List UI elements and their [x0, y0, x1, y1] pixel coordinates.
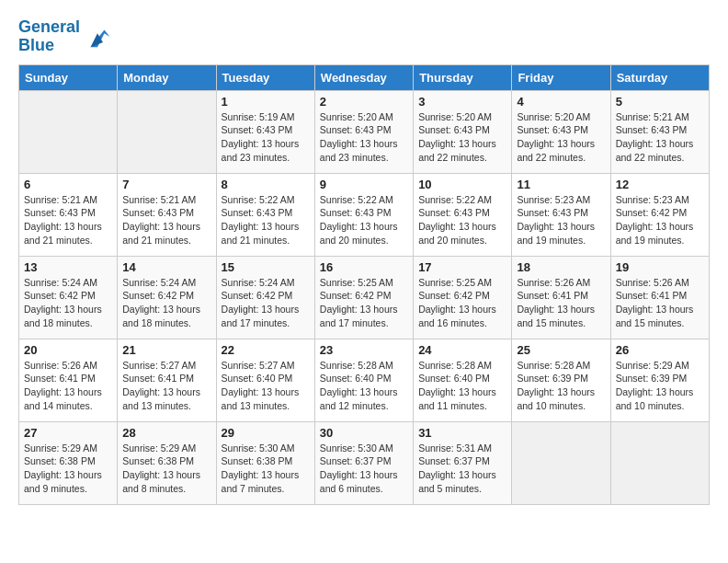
day-info: Sunrise: 5:29 AMSunset: 6:39 PMDaylight:… [616, 359, 704, 413]
day-number: 18 [517, 260, 605, 274]
day-cell: 4Sunrise: 5:20 AMSunset: 6:43 PMDaylight… [512, 90, 610, 173]
day-number: 29 [222, 426, 310, 440]
day-info: Sunrise: 5:21 AMSunset: 6:43 PMDaylight:… [122, 193, 210, 247]
day-info: Sunrise: 5:25 AMSunset: 6:42 PMDaylight:… [418, 276, 506, 330]
day-cell [19, 90, 118, 173]
day-cell: 18Sunrise: 5:26 AMSunset: 6:41 PMDayligh… [512, 256, 610, 339]
day-number: 25 [517, 343, 605, 357]
day-number: 15 [222, 260, 310, 274]
day-cell: 6Sunrise: 5:21 AMSunset: 6:43 PMDaylight… [19, 173, 118, 256]
week-row-1: 1Sunrise: 5:19 AMSunset: 6:43 PMDaylight… [19, 90, 710, 173]
day-number: 24 [418, 343, 506, 357]
day-number: 21 [122, 343, 210, 357]
day-number: 7 [122, 178, 210, 191]
day-cell: 12Sunrise: 5:23 AMSunset: 6:42 PMDayligh… [610, 173, 709, 256]
day-cell: 31Sunrise: 5:31 AMSunset: 6:37 PMDayligh… [414, 421, 512, 504]
day-number: 23 [320, 343, 408, 357]
column-header-wednesday: Wednesday [314, 64, 413, 90]
logo-text: General Blue [18, 18, 80, 55]
day-info: Sunrise: 5:20 AMSunset: 6:43 PMDaylight:… [320, 110, 408, 165]
day-info: Sunrise: 5:27 AMSunset: 6:40 PMDaylight:… [222, 359, 310, 413]
column-header-tuesday: Tuesday [216, 64, 314, 90]
day-number: 19 [616, 260, 704, 274]
day-number: 26 [616, 343, 704, 357]
day-cell: 14Sunrise: 5:24 AMSunset: 6:42 PMDayligh… [118, 256, 216, 339]
day-info: Sunrise: 5:29 AMSunset: 6:38 PMDaylight:… [122, 442, 210, 496]
day-info: Sunrise: 5:24 AMSunset: 6:42 PMDaylight:… [24, 276, 112, 330]
day-cell: 30Sunrise: 5:30 AMSunset: 6:37 PMDayligh… [314, 421, 413, 504]
day-info: Sunrise: 5:24 AMSunset: 6:42 PMDaylight:… [122, 276, 210, 330]
day-number: 4 [517, 95, 605, 109]
day-info: Sunrise: 5:26 AMSunset: 6:41 PMDaylight:… [616, 276, 704, 330]
day-info: Sunrise: 5:30 AMSunset: 6:38 PMDaylight:… [222, 442, 310, 496]
day-cell: 10Sunrise: 5:22 AMSunset: 6:43 PMDayligh… [414, 173, 512, 256]
day-info: Sunrise: 5:23 AMSunset: 6:42 PMDaylight:… [616, 193, 704, 247]
day-cell: 19Sunrise: 5:26 AMSunset: 6:41 PMDayligh… [610, 256, 709, 339]
column-header-sunday: Sunday [19, 64, 118, 90]
day-info: Sunrise: 5:20 AMSunset: 6:43 PMDaylight:… [517, 110, 605, 165]
day-cell: 3Sunrise: 5:20 AMSunset: 6:43 PMDaylight… [414, 90, 512, 173]
day-info: Sunrise: 5:31 AMSunset: 6:37 PMDaylight:… [418, 442, 506, 496]
day-info: Sunrise: 5:28 AMSunset: 6:40 PMDaylight:… [418, 359, 506, 413]
column-header-monday: Monday [118, 64, 216, 90]
week-row-4: 20Sunrise: 5:26 AMSunset: 6:41 PMDayligh… [19, 339, 710, 421]
day-info: Sunrise: 5:22 AMSunset: 6:43 PMDaylight:… [222, 193, 310, 247]
day-info: Sunrise: 5:27 AMSunset: 6:41 PMDaylight:… [122, 359, 210, 413]
day-info: Sunrise: 5:24 AMSunset: 6:42 PMDaylight:… [222, 276, 310, 330]
page-header: General Blue [18, 18, 710, 55]
day-number: 20 [24, 343, 112, 357]
day-number: 31 [418, 426, 506, 440]
day-cell: 8Sunrise: 5:22 AMSunset: 6:43 PMDaylight… [216, 173, 314, 256]
day-number: 16 [320, 260, 408, 274]
day-number: 6 [24, 178, 112, 191]
day-cell: 7Sunrise: 5:21 AMSunset: 6:43 PMDaylight… [118, 173, 216, 256]
day-info: Sunrise: 5:26 AMSunset: 6:41 PMDaylight:… [24, 359, 112, 413]
week-row-2: 6Sunrise: 5:21 AMSunset: 6:43 PMDaylight… [19, 173, 710, 256]
day-info: Sunrise: 5:28 AMSunset: 6:39 PMDaylight:… [517, 359, 605, 413]
day-cell: 29Sunrise: 5:30 AMSunset: 6:38 PMDayligh… [216, 421, 314, 504]
day-info: Sunrise: 5:25 AMSunset: 6:42 PMDaylight:… [320, 276, 408, 330]
day-cell [118, 90, 216, 173]
day-info: Sunrise: 5:21 AMSunset: 6:43 PMDaylight:… [24, 193, 112, 247]
day-number: 17 [418, 260, 506, 274]
day-number: 12 [616, 178, 704, 191]
day-number: 3 [418, 95, 506, 109]
day-cell: 26Sunrise: 5:29 AMSunset: 6:39 PMDayligh… [610, 339, 709, 421]
day-number: 11 [517, 178, 605, 191]
day-number: 14 [122, 260, 210, 274]
day-number: 1 [222, 95, 310, 109]
day-cell: 20Sunrise: 5:26 AMSunset: 6:41 PMDayligh… [19, 339, 118, 421]
day-cell: 25Sunrise: 5:28 AMSunset: 6:39 PMDayligh… [512, 339, 610, 421]
day-info: Sunrise: 5:21 AMSunset: 6:43 PMDaylight:… [616, 110, 704, 165]
day-number: 13 [24, 260, 112, 274]
day-number: 28 [122, 426, 210, 440]
day-number: 2 [320, 95, 408, 109]
day-cell: 28Sunrise: 5:29 AMSunset: 6:38 PMDayligh… [118, 421, 216, 504]
day-cell: 24Sunrise: 5:28 AMSunset: 6:40 PMDayligh… [414, 339, 512, 421]
week-row-5: 27Sunrise: 5:29 AMSunset: 6:38 PMDayligh… [19, 421, 710, 504]
day-cell: 2Sunrise: 5:20 AMSunset: 6:43 PMDaylight… [314, 90, 413, 173]
calendar-table: SundayMondayTuesdayWednesdayThursdayFrid… [18, 64, 710, 505]
column-header-friday: Friday [512, 64, 610, 90]
day-cell: 1Sunrise: 5:19 AMSunset: 6:43 PMDaylight… [216, 90, 314, 173]
day-cell: 21Sunrise: 5:27 AMSunset: 6:41 PMDayligh… [118, 339, 216, 421]
day-cell: 13Sunrise: 5:24 AMSunset: 6:42 PMDayligh… [19, 256, 118, 339]
day-info: Sunrise: 5:22 AMSunset: 6:43 PMDaylight:… [418, 193, 506, 247]
day-info: Sunrise: 5:20 AMSunset: 6:43 PMDaylight:… [418, 110, 506, 165]
day-number: 30 [320, 426, 408, 440]
day-number: 27 [24, 426, 112, 440]
day-info: Sunrise: 5:30 AMSunset: 6:37 PMDaylight:… [320, 442, 408, 496]
day-cell: 16Sunrise: 5:25 AMSunset: 6:42 PMDayligh… [314, 256, 413, 339]
day-cell: 17Sunrise: 5:25 AMSunset: 6:42 PMDayligh… [414, 256, 512, 339]
column-header-thursday: Thursday [414, 64, 512, 90]
day-cell: 5Sunrise: 5:21 AMSunset: 6:43 PMDaylight… [610, 90, 709, 173]
day-info: Sunrise: 5:22 AMSunset: 6:43 PMDaylight:… [320, 193, 408, 247]
day-info: Sunrise: 5:29 AMSunset: 6:38 PMDaylight:… [24, 442, 112, 496]
day-number: 10 [418, 178, 506, 191]
day-cell: 27Sunrise: 5:29 AMSunset: 6:38 PMDayligh… [19, 421, 118, 504]
logo-icon [84, 23, 111, 51]
day-number: 22 [222, 343, 310, 357]
day-cell: 22Sunrise: 5:27 AMSunset: 6:40 PMDayligh… [216, 339, 314, 421]
header-row: SundayMondayTuesdayWednesdayThursdayFrid… [19, 64, 710, 90]
day-cell: 23Sunrise: 5:28 AMSunset: 6:40 PMDayligh… [314, 339, 413, 421]
